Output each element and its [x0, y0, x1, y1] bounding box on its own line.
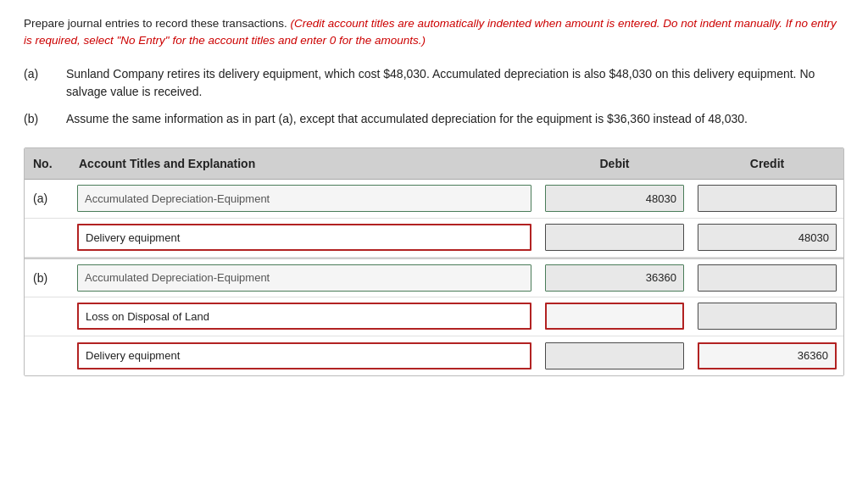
row-0-no: (a) [25, 192, 70, 205]
row-0-account-cell [70, 185, 538, 212]
row-1-credit-input[interactable] [698, 224, 837, 251]
row-2-account-input[interactable] [77, 264, 531, 292]
header-no: No. [25, 155, 70, 172]
row-3-debit-input[interactable] [545, 303, 684, 330]
row-4-debit-cell [538, 342, 691, 369]
row-4-account-cell [70, 342, 538, 369]
table-row: (a) [25, 180, 843, 219]
instructions: Prepare journal entries to record these … [24, 15, 844, 50]
table-row [25, 336, 843, 375]
row-1-account-input[interactable] [77, 224, 531, 251]
row-2-no: (b) [25, 271, 70, 285]
problem-a-text: Sunland Company retires its delivery equ… [66, 65, 844, 102]
journal-table: No. Account Titles and Explanation Debit… [24, 147, 844, 376]
row-4-account-input[interactable] [77, 342, 531, 369]
row-2-credit-cell [691, 264, 843, 292]
problem-a: (a) Sunland Company retires its delivery… [24, 65, 844, 102]
header-account: Account Titles and Explanation [70, 155, 538, 172]
row-0-debit-input[interactable] [545, 185, 684, 212]
row-3-account-input[interactable] [77, 303, 531, 330]
row-2-credit-input[interactable] [698, 264, 837, 292]
row-0-credit-cell [691, 185, 843, 212]
table-row: (b) [25, 258, 843, 297]
row-2-debit-input[interactable] [545, 264, 684, 292]
header-debit: Debit [538, 155, 691, 172]
table-body: (a) (b) [25, 180, 843, 375]
row-3-credit-cell [691, 303, 843, 330]
row-1-account-cell [70, 224, 538, 251]
row-4-credit-input[interactable] [698, 342, 837, 369]
row-2-account-cell [70, 264, 538, 292]
row-0-account-input[interactable] [77, 185, 531, 212]
problem-b: (b) Assume the same information as in pa… [24, 110, 844, 129]
row-0-credit-input[interactable] [698, 185, 837, 212]
header-credit: Credit [691, 155, 843, 172]
row-3-credit-input[interactable] [698, 303, 837, 330]
row-4-debit-input[interactable] [545, 342, 684, 369]
table-row [25, 297, 843, 336]
problem-b-label: (b) [24, 110, 54, 129]
instructions-line1: Prepare journal entries to record these … [24, 17, 287, 30]
row-3-account-cell [70, 303, 538, 330]
row-1-debit-input[interactable] [545, 224, 684, 251]
row-4-credit-cell [691, 342, 843, 369]
problem-b-text: Assume the same information as in part (… [66, 110, 844, 129]
row-0-debit-cell [538, 185, 691, 212]
table-row [25, 219, 843, 258]
row-1-credit-cell [691, 224, 843, 251]
row-3-debit-cell [538, 303, 691, 330]
row-1-debit-cell [538, 224, 691, 251]
problem-a-label: (a) [24, 65, 54, 102]
table-header: No. Account Titles and Explanation Debit… [25, 148, 843, 180]
row-2-debit-cell [538, 264, 691, 292]
